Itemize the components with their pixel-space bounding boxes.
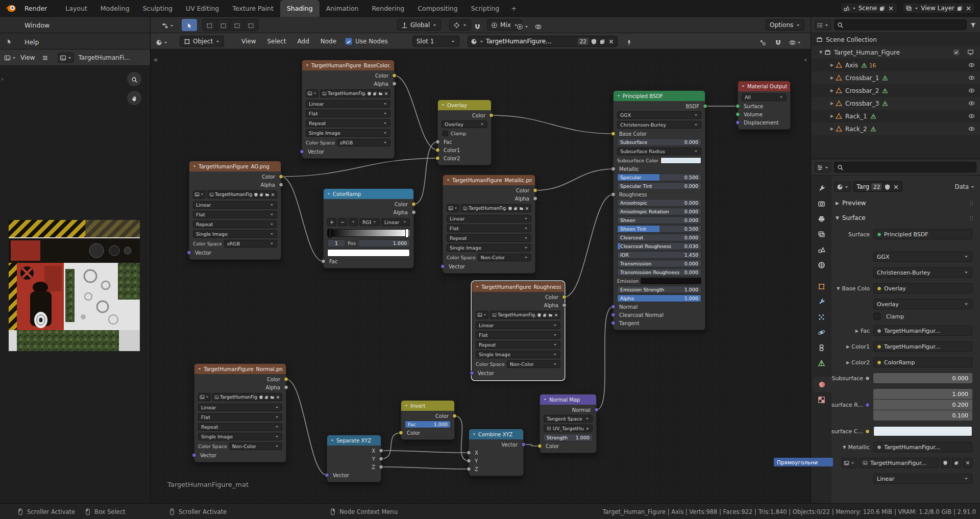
select-mode-set[interactable] xyxy=(203,19,216,31)
users-count[interactable]: 22 xyxy=(871,183,882,190)
image-name-field[interactable]: TargetHumanFig... xyxy=(461,204,531,212)
socket-value[interactable] xyxy=(279,183,283,187)
pin-toggle[interactable] xyxy=(626,37,632,47)
material-id-field[interactable]: TargetHumanFigure... 22 xyxy=(468,36,618,47)
browse-image-button[interactable] xyxy=(842,458,857,468)
node-dropdown[interactable]: Flat xyxy=(194,412,286,422)
properties-tab-tool[interactable] xyxy=(811,181,831,196)
socket-color[interactable] xyxy=(435,148,440,153)
node-normalmap[interactable]: Normal MapNormalTangent SpaceUV_TargetHu… xyxy=(540,394,597,453)
node-dropdown[interactable]: Repeat xyxy=(189,219,281,229)
scene-selector[interactable]: Scene xyxy=(840,3,898,14)
node-checkbox-clamp[interactable]: Clamp xyxy=(438,129,491,138)
browse-image-button[interactable] xyxy=(193,190,206,199)
node-header[interactable]: Separate XYZ xyxy=(327,435,381,446)
node-dropdown[interactable]: Single Image xyxy=(194,432,286,441)
node-dropdown[interactable]: Repeat xyxy=(443,233,535,243)
socket-color[interactable] xyxy=(284,377,288,382)
node-header[interactable]: Principled BSDF xyxy=(614,91,705,101)
unlink-scene-button[interactable] xyxy=(888,5,894,12)
node-colorramp[interactable]: ColorRampColorAlpha+−RGBLinear1Pos1.000F… xyxy=(323,188,414,268)
node-slider-anisotropic-rotation[interactable]: Anisotropic Rotation0.000 xyxy=(614,207,705,216)
toolbar-toggle-arrow[interactable]: › xyxy=(1,75,4,83)
image-editor-tool-button[interactable] xyxy=(6,36,13,46)
socket-color[interactable] xyxy=(452,414,457,418)
node-labeled-dropdown[interactable]: Color SpaceNon-Color xyxy=(472,359,564,369)
node-slider-emission-strength[interactable]: Emission Strength1.000 xyxy=(614,285,705,294)
node-overlay[interactable]: OverlayColorOverlayClampFacColor1Color2 xyxy=(437,100,492,165)
active-tool-tweak-button[interactable] xyxy=(182,19,197,31)
socket-color[interactable] xyxy=(537,444,542,449)
socket-value[interactable] xyxy=(562,303,567,308)
prop-node-link-button[interactable]: Overlay xyxy=(873,283,972,293)
image-name-field[interactable]: TargetHumanFig... xyxy=(490,311,560,319)
node-invert[interactable]: InvertColorFac1.000Color xyxy=(401,400,455,440)
node-slider-transmission[interactable]: Transmission0.000 xyxy=(614,259,705,268)
prop-node-link-button[interactable]: TargetHumanFigur... xyxy=(873,341,972,352)
node-dropdown[interactable]: Flat xyxy=(472,330,564,340)
new-view-layer-button[interactable] xyxy=(957,5,963,12)
node-dropdown[interactable]: Overlay xyxy=(438,119,491,129)
hide-in-viewport-toggle[interactable] xyxy=(968,125,975,132)
outliner-row-crossbar_1[interactable]: ▶Crossbar_1 xyxy=(811,71,980,84)
node-slider-specular[interactable]: Specular0.500 xyxy=(614,173,705,182)
preview-section-header[interactable]: ▶Preview xyxy=(836,200,975,207)
snapping-button[interactable] xyxy=(775,37,781,47)
expander-icon[interactable]: ▶ xyxy=(828,114,836,118)
options-dropdown[interactable]: Options xyxy=(766,19,804,31)
properties-tab-output[interactable] xyxy=(811,211,831,227)
editor-type-button[interactable] xyxy=(4,53,16,62)
properties-tab-view-layer[interactable] xyxy=(811,227,831,242)
socket-value[interactable] xyxy=(467,459,471,463)
ramp-color-mode[interactable]: RGB xyxy=(359,218,380,226)
properties-tab-physics[interactable] xyxy=(811,325,831,340)
socket-value[interactable] xyxy=(467,467,471,472)
properties-editor-type-button[interactable] xyxy=(815,162,831,172)
node-slider-subsurface[interactable]: Subsurface0.000 xyxy=(614,138,705,146)
uv-map-select[interactable]: UV_TargetHu... xyxy=(540,424,596,433)
socket-vector[interactable] xyxy=(611,313,616,317)
pivot-point-dropdown[interactable] xyxy=(449,19,471,31)
menu-view[interactable]: View xyxy=(18,54,37,61)
pan-gizmo[interactable] xyxy=(127,91,141,105)
properties-search-input[interactable] xyxy=(834,162,976,172)
socket-vector[interactable] xyxy=(611,321,616,326)
node-slider-sheen[interactable]: Sheen0.000 xyxy=(614,216,705,225)
image-name-field[interactable]: TargetHumanFig... xyxy=(207,190,277,199)
unlink-image-button[interactable] xyxy=(963,458,972,468)
zoom-region-button[interactable] xyxy=(760,37,766,47)
node-labeled-dropdown[interactable]: Color SpacesRGB xyxy=(302,138,394,147)
socket-value[interactable] xyxy=(321,259,326,264)
expander-icon[interactable]: ▶ xyxy=(828,76,836,80)
node-dropdown[interactable]: Flat xyxy=(189,210,281,219)
image-name-field[interactable]: TargetHumanFig... xyxy=(212,393,282,401)
node-dropdown[interactable]: Single Image xyxy=(189,229,281,239)
expander-icon[interactable]: ▶ xyxy=(846,344,849,349)
properties-tab-modifiers[interactable] xyxy=(811,294,831,309)
select-mode-subtract[interactable] xyxy=(230,19,244,31)
node-dropdown[interactable]: Linear xyxy=(472,320,564,330)
socket-vector[interactable] xyxy=(325,473,329,478)
outliner-display-mode-dropdown[interactable] xyxy=(815,20,831,30)
prop-number-field[interactable]: 0.100 xyxy=(873,410,972,421)
expander-icon[interactable]: ▼ xyxy=(843,445,846,450)
socket-color[interactable] xyxy=(611,132,616,136)
node-header[interactable]: TargetHumanFigure_BaseColor.png xyxy=(302,60,394,70)
transform-orientation-dropdown[interactable]: Global xyxy=(397,19,441,31)
browse-material-button[interactable] xyxy=(835,182,851,192)
image-name-field[interactable]: TargetHumanFig... xyxy=(320,89,390,97)
prop-node-link-button[interactable]: Principled BSDF xyxy=(873,229,972,239)
node-dropdown[interactable]: Linear xyxy=(443,214,535,224)
ramp-options-button[interactable] xyxy=(349,218,358,226)
new-image-button[interactable] xyxy=(952,458,961,468)
proportional-falloff-dropdown[interactable] xyxy=(517,21,529,31)
node-header[interactable]: Material Output xyxy=(738,81,790,91)
node-editor-canvas[interactable]: TargetHumanFigure_BaseColor.pngColorAlph… xyxy=(151,50,811,503)
node-slider-fac[interactable]: Fac1.000 xyxy=(401,420,454,429)
browse-image-button[interactable] xyxy=(306,89,318,97)
zoom-gizmo[interactable] xyxy=(127,72,141,86)
node-labeled-dropdown[interactable]: Color SpaceNon-Color xyxy=(194,441,286,451)
material-id-field[interactable]: Targ 22 xyxy=(853,181,902,192)
workspace-tab-compositing[interactable]: Compositing xyxy=(411,0,464,17)
node-header[interactable]: TargetHumanFigure_AO.png xyxy=(189,161,281,171)
